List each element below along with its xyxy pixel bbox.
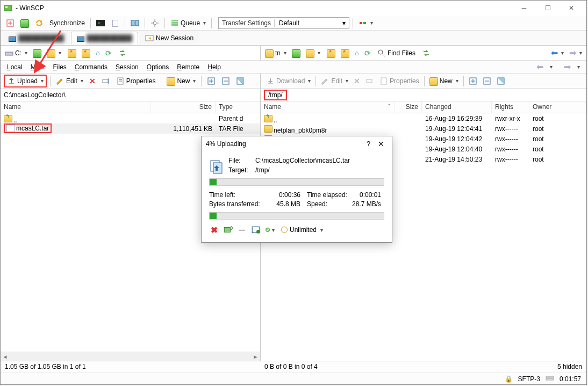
folder-icon (264, 125, 273, 133)
queue-button[interactable]: Queue (168, 18, 208, 28)
remote-dir-combo[interactable]: tn (263, 47, 289, 59)
session-tab-1[interactable]: ██████████ (3, 32, 70, 44)
remote-folder-button[interactable] (304, 47, 322, 59)
menu-help[interactable]: Help (204, 62, 224, 72)
invert-select-r-button[interactable] (494, 76, 507, 86)
menu-local[interactable]: Local (4, 62, 26, 72)
local-h-scrollbar[interactable]: ◄► (1, 352, 260, 361)
local-bookmark1-button[interactable] (66, 47, 78, 59)
transfer-settings-combo[interactable]: Transfer Settings Default ▾ (218, 17, 349, 29)
local-list-header: Name Size Type (1, 101, 260, 113)
menu-files[interactable]: Files (49, 62, 69, 72)
local-sync-dir-button[interactable] (116, 48, 129, 59)
nav-back-local[interactable]: ⬅ (530, 60, 556, 74)
local-parent-button[interactable] (31, 47, 44, 59)
col-rights[interactable]: Rights (492, 101, 529, 113)
rename-r-button[interactable] (363, 76, 376, 86)
once-done-menu[interactable] (265, 225, 275, 235)
menu-options[interactable]: Options (144, 62, 172, 72)
once-done-button[interactable] (251, 225, 261, 235)
terminal-button[interactable]: >_ (94, 18, 107, 28)
disconnect-button[interactable] (356, 18, 375, 28)
file-icon (6, 125, 15, 132)
edit-r-button[interactable]: Edit (319, 76, 350, 86)
svg-point-22 (378, 50, 383, 54)
nav-back-button[interactable]: ⬅ (549, 47, 566, 59)
minus-select-r-button[interactable] (481, 76, 493, 86)
col-name-r[interactable]: Name (261, 101, 395, 113)
properties-r-button[interactable]: Properties (377, 76, 421, 86)
menu-mark[interactable]: Mark (27, 62, 48, 72)
local-nav: C: ⌂ ⟳ (1, 46, 260, 61)
remote-bookmark1-button[interactable] (325, 47, 338, 59)
drive-icon (5, 49, 13, 57)
menu-commands[interactable]: Commands (71, 62, 111, 72)
sync-icon (35, 19, 44, 27)
invert-select-button[interactable] (234, 76, 247, 86)
upload-button[interactable]: Upload (4, 75, 47, 88)
edit-icon (321, 77, 329, 85)
compare-button[interactable] (128, 18, 141, 28)
open-folder-button[interactable] (18, 17, 31, 29)
nav-forward-button[interactable]: ➡ (567, 47, 584, 59)
menu-remote[interactable]: Remote (174, 62, 203, 72)
new-session-tab[interactable]: ✶New Session (139, 31, 199, 45)
col-name[interactable]: Name (1, 101, 151, 113)
queue-mini-icon[interactable] (546, 376, 554, 382)
col-type[interactable]: Type (216, 101, 260, 113)
local-refresh-button[interactable]: ⟳ (103, 48, 114, 59)
delete-r-button[interactable]: ✕ (352, 76, 362, 86)
plus-select-r-button[interactable] (467, 76, 479, 86)
target-value: /tmp/ (255, 166, 384, 174)
synchronize-button[interactable]: Synchronize (47, 18, 87, 28)
remote-parent-button[interactable] (290, 47, 303, 59)
speed-limit-button[interactable]: Unlimited (279, 225, 325, 234)
plus-select-button[interactable] (205, 76, 218, 86)
gear-button[interactable] (148, 18, 161, 28)
local-drive-combo[interactable]: C: (3, 48, 30, 59)
chevron-down-icon[interactable]: ▾ (339, 19, 349, 27)
new-button[interactable]: New (164, 75, 198, 87)
cancel-transfer-button[interactable]: ✖ (209, 225, 219, 235)
remote-status: 0 B of 0 B in 0 of 4 (260, 361, 553, 373)
dialog-close-button[interactable]: ✕ (375, 140, 388, 148)
nav-forward-local[interactable]: ➡ (557, 60, 583, 74)
rename-button[interactable] (99, 76, 112, 86)
new-r-button[interactable]: New (427, 75, 461, 87)
col-owner[interactable]: Owner (529, 101, 586, 113)
edit-button[interactable]: Edit (54, 76, 85, 86)
stats-button[interactable] (109, 18, 121, 28)
download-button[interactable]: Download (264, 76, 313, 86)
local-status: 1.05 GB of 1.05 GB in 1 of 1 (1, 361, 260, 373)
upload-icon (7, 77, 16, 85)
star-folder-icon (68, 49, 76, 58)
menu-session[interactable]: Session (112, 62, 142, 72)
local-home-button[interactable]: ⌂ (94, 48, 102, 58)
svg-rect-7 (131, 20, 134, 26)
to-background-button[interactable] (223, 225, 233, 235)
session-tab-2[interactable]: ██████████ (71, 32, 138, 44)
help-button[interactable]: ? (362, 140, 375, 148)
disconnect-icon (358, 19, 367, 27)
list-item[interactable]: mcasLC.tar 1,110,451 KB TAR File (1, 123, 260, 134)
local-folder-button[interactable] (45, 47, 63, 59)
download-icon (266, 77, 275, 85)
delete-button[interactable]: ✕ (87, 76, 98, 86)
add-session-button[interactable] (4, 18, 17, 28)
sync-browse-button[interactable] (33, 18, 46, 28)
col-changed[interactable]: Changed (422, 101, 492, 113)
col-size-r[interactable]: Size (395, 101, 422, 113)
col-size[interactable]: Size (151, 101, 216, 113)
minimize-button[interactable]: ─ (512, 1, 536, 16)
properties-button[interactable]: Properties (114, 76, 158, 86)
maximize-button[interactable]: ☐ (536, 1, 560, 16)
minimize-transfer-button[interactable]: — (237, 225, 247, 235)
remote-home-button[interactable]: ⌂ (353, 48, 361, 58)
close-button[interactable]: ✕ (560, 1, 583, 16)
remote-refresh-button[interactable]: ⟳ (362, 48, 373, 59)
minus-select-button[interactable] (219, 76, 232, 86)
remote-bookmark2-button[interactable] (339, 47, 352, 59)
remote-sync-dir-button[interactable] (420, 48, 433, 59)
local-bookmark2-button[interactable] (80, 47, 92, 59)
find-files-button[interactable]: Find Files (375, 48, 418, 59)
